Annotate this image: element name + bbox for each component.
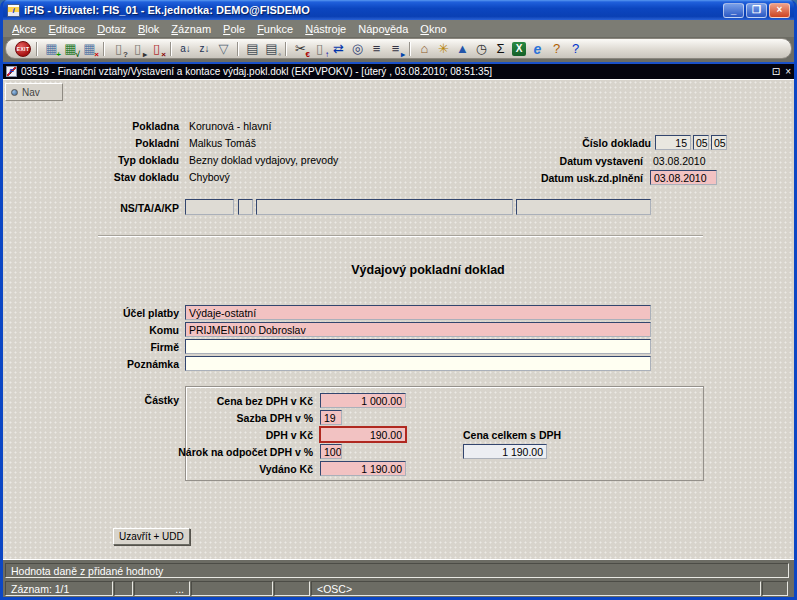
menu-pole[interactable]: Pole xyxy=(217,22,251,36)
datum-plneni-field[interactable]: 03.08.2010 xyxy=(650,170,717,185)
status-message: Hodnota daně z přidané hodnoty xyxy=(5,563,789,578)
app-window: i iFIS - Uživatel: FIS_01 - Ek.jednotka:… xyxy=(0,0,797,600)
status-record-count: Záznam: 1/1 xyxy=(5,581,113,596)
toolbar-separator xyxy=(170,42,172,56)
form-icon: F xyxy=(6,66,17,77)
status-bar: Hodnota daně z přidané hodnoty Záznam: 1… xyxy=(3,559,794,597)
detail-block-icon[interactable]: ≡▸ xyxy=(386,40,405,57)
sort-descending-icon[interactable]: z↓ xyxy=(195,40,214,57)
maximize-button[interactable]: ❐ xyxy=(746,3,767,18)
menu-akce[interactable]: Akce xyxy=(6,22,42,36)
sazba-dph-label: Sazba DPH v % xyxy=(133,412,313,424)
akce-field[interactable] xyxy=(256,199,513,215)
filter-icon[interactable]: ▽ xyxy=(214,40,233,57)
datum-plneni-label: Datum usk.zd.plnění xyxy=(483,172,643,184)
dph-label: DPH v Kč xyxy=(133,429,313,441)
dph-field[interactable]: 190.00 xyxy=(319,426,407,443)
ns-field[interactable] xyxy=(185,199,234,215)
firme-label: Firmě xyxy=(43,341,179,353)
menu-okno[interactable]: Okno xyxy=(414,22,452,36)
window-titlebar: i iFIS - Uživatel: FIS_01 - Ek.jednotka:… xyxy=(3,0,794,20)
ns-ta-a-kp-label: NS/TA/A/KP xyxy=(43,202,179,214)
mdi-restore-button[interactable]: ⊡ xyxy=(772,67,780,77)
toolbar-row: EXIT▦+▦√▦×▯?▯▸▯×a↓z↓▽▤▤◦✂€▯↑⇄◎≡≡▸⌂✳▲◷ΣXe… xyxy=(3,37,794,62)
status-seg-5 xyxy=(274,581,310,596)
navigation-icon[interactable]: ▲ xyxy=(453,40,472,57)
toolbar-separator xyxy=(36,42,38,56)
exit-icon[interactable]: EXIT xyxy=(15,41,31,57)
save-record-icon[interactable]: ▦√ xyxy=(61,40,80,57)
cena-bez-dph-field[interactable]: 1 000.00 xyxy=(320,393,406,408)
nav-tab[interactable]: Nav xyxy=(5,83,63,101)
menu-zaznam[interactable]: Záznam xyxy=(165,22,217,36)
menu-napoveda[interactable]: Nápověda xyxy=(352,22,414,36)
datum-vystaveni-label: Datum vystavení xyxy=(503,155,643,167)
cena-celkem-field: 1 190.00 xyxy=(463,444,547,459)
context-help-icon[interactable]: ? xyxy=(547,40,566,57)
app-icon: i xyxy=(7,4,20,17)
vydano-field[interactable]: 1 190.00 xyxy=(320,461,406,476)
mdi-close-button[interactable]: × xyxy=(785,67,791,77)
minimize-button[interactable]: _ xyxy=(723,3,744,18)
print-icon[interactable]: ▤ xyxy=(243,40,262,57)
stav-dokladu-value: Chybový xyxy=(189,171,230,183)
doc-number-part3[interactable]: 05 xyxy=(711,135,727,150)
stav-dokladu-label: Stav dokladu xyxy=(43,171,179,183)
datum-vystaveni-value: 03.08.2010 xyxy=(653,155,706,167)
form-title: 03519 - Finanční vztahy/Vystavení a kont… xyxy=(21,66,492,77)
export-icon[interactable]: ▯↑ xyxy=(310,40,329,57)
komu-field[interactable]: PRIJMENI100 Dobroslav xyxy=(185,322,651,337)
browser-icon[interactable]: e xyxy=(528,40,547,57)
doc-number-part2[interactable]: 05 xyxy=(693,135,709,150)
firme-field[interactable] xyxy=(185,339,651,354)
menu-editace[interactable]: Editace xyxy=(42,22,91,36)
document-heading: Výdajový pokladní doklad xyxy=(103,263,753,277)
org-structure-icon[interactable]: ⌂ xyxy=(415,40,434,57)
tools-icon[interactable]: ✳ xyxy=(434,40,453,57)
excel-icon[interactable]: X xyxy=(512,42,526,56)
status-seg-7 xyxy=(762,581,788,596)
enter-query-icon[interactable]: ▯? xyxy=(109,40,128,57)
pokladna-value: Korunová - hlavní xyxy=(189,120,271,132)
sazba-dph-field[interactable]: 19 xyxy=(320,410,342,425)
kp-field[interactable] xyxy=(516,199,651,215)
cena-bez-dph-label: Cena bez DPH v Kč xyxy=(133,395,313,407)
menu-nastroje[interactable]: Nástroje xyxy=(299,22,352,36)
close-udd-button[interactable]: Uzavřít + UDD xyxy=(113,528,190,545)
nav-tab-label: Nav xyxy=(22,87,40,98)
insert-record-icon[interactable]: ▦+ xyxy=(42,40,61,57)
close-button[interactable]: × xyxy=(769,3,790,18)
clock-icon[interactable]: ◷ xyxy=(472,40,491,57)
narok-odpocet-label: Nárok na odpočet DPH v % xyxy=(133,446,313,458)
list-values-icon[interactable]: ≡ xyxy=(367,40,386,57)
transfer-icon[interactable]: ⇄ xyxy=(329,40,348,57)
cislo-dokladu-label: Číslo dokladu xyxy=(515,137,651,149)
menu-funkce[interactable]: Funkce xyxy=(251,22,299,36)
doc-number-part1[interactable]: 15 xyxy=(655,135,691,150)
print-preview-icon[interactable]: ▤◦ xyxy=(262,40,281,57)
status-osc: <OSC> xyxy=(311,581,761,596)
typ-dokladu-label: Typ dokladu xyxy=(43,154,179,166)
execute-query-icon[interactable]: ▯▸ xyxy=(128,40,147,57)
poznamka-field[interactable] xyxy=(185,356,651,371)
narok-odpocet-field[interactable]: 100 xyxy=(320,444,342,459)
window-title: iFIS - Uživatel: FIS_01 - Ek.jednotka: D… xyxy=(24,4,310,16)
pokladni-label: Pokladní xyxy=(43,137,179,149)
vydano-label: Vydáno Kč xyxy=(133,463,313,475)
cancel-query-icon[interactable]: ▯× xyxy=(147,40,166,57)
zoom-record-icon[interactable]: ◎ xyxy=(348,40,367,57)
menu-dotaz[interactable]: Dotaz xyxy=(91,22,132,36)
ucel-platby-field[interactable]: Výdaje-ostatní xyxy=(185,305,651,320)
cena-celkem-label: Cena celkem s DPH xyxy=(463,429,593,441)
cut-amount-icon[interactable]: ✂€ xyxy=(291,40,310,57)
menu-blok[interactable]: Blok xyxy=(132,22,165,36)
sort-ascending-icon[interactable]: a↓ xyxy=(176,40,195,57)
status-seg-2 xyxy=(114,581,133,596)
poznamka-label: Poznámka xyxy=(43,358,179,370)
ta-field[interactable] xyxy=(238,199,253,215)
toolbar-separator xyxy=(237,42,239,56)
menu-bar: AkceEditaceDotazBlokZáznamPoleFunkceNást… xyxy=(3,20,794,37)
delete-record-icon[interactable]: ▦× xyxy=(80,40,99,57)
help-icon[interactable]: ? xyxy=(566,40,585,57)
sum-icon[interactable]: Σ xyxy=(491,40,510,57)
